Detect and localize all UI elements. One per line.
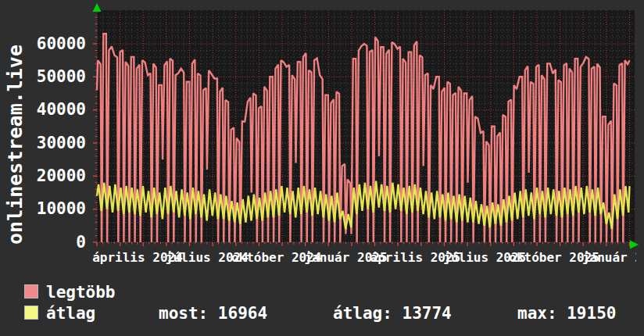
y-tick-label: 40000 [6,102,86,118]
legend-label-legtobb: legtöbb [46,284,116,301]
mrtg-graph: onlinestream.live 0100002000030000400005… [0,0,644,336]
y-axis-up-arrow-icon [93,3,102,12]
y-tick-label: 30000 [6,135,86,152]
legend-swatch-legtobb [24,284,38,298]
stat-max: max: 19150 [517,306,616,322]
y-tick-label: 60000 [6,36,86,52]
legend-swatch-atlag [24,306,38,320]
y-tick-label: 20000 [6,168,86,184]
legend-label-atlag: átlag [46,306,95,322]
y-tick-label: 50000 [6,69,86,85]
y-tick-label: 0 [6,234,86,251]
y-tick-label: 10000 [6,201,86,217]
stat-most: most: 16964 [159,306,267,322]
stat-atlag: átlag: 13774 [333,306,452,322]
